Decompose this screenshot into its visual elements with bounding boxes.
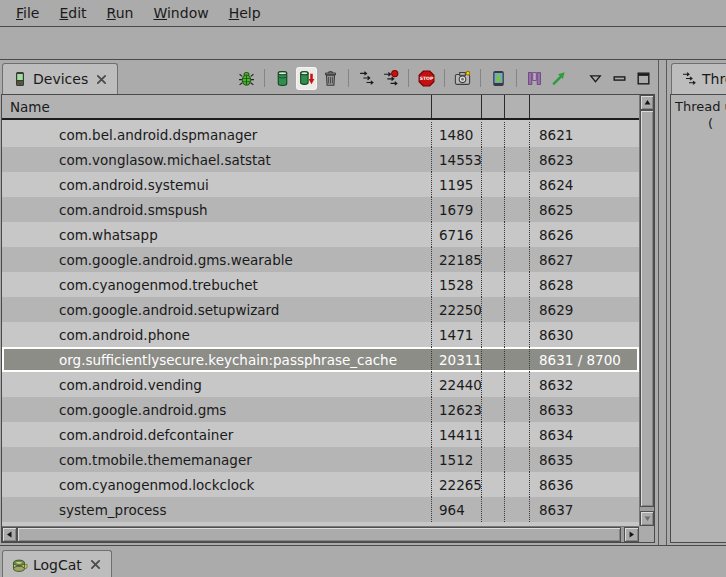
cell-pid: 6716 bbox=[432, 222, 482, 247]
view-menu-icon[interactable] bbox=[586, 68, 605, 89]
device-table-body: com.bel.android.dspmanager14808621com.vo… bbox=[2, 122, 639, 526]
menu-file[interactable]: File bbox=[6, 2, 49, 24]
table-row[interactable]: com.android.defcontainer144118634 bbox=[2, 422, 639, 447]
close-icon[interactable] bbox=[89, 558, 102, 571]
tab-devices[interactable]: Devices bbox=[2, 63, 118, 94]
toolbar-separator bbox=[348, 69, 349, 87]
table-row[interactable]: com.tmobile.thememanager15128635 bbox=[2, 447, 639, 472]
table-row[interactable]: com.whatsapp67168626 bbox=[2, 222, 639, 247]
cell-c4 bbox=[505, 297, 530, 322]
cell-c3 bbox=[482, 397, 505, 422]
column-header-pid[interactable] bbox=[432, 95, 482, 118]
cell-pid: 14411 bbox=[432, 422, 482, 447]
table-row[interactable]: com.vonglasow.michael.satstat145538623 bbox=[2, 147, 639, 172]
cell-pid: 1528 bbox=[432, 272, 482, 297]
column-header-name[interactable]: Name bbox=[2, 95, 432, 118]
table-row[interactable]: com.bel.android.dspmanager14808621 bbox=[2, 122, 639, 147]
table-row[interactable]: com.google.android.gms.wearable221858627 bbox=[2, 247, 639, 272]
horizontal-scrollbar[interactable] bbox=[2, 526, 639, 542]
menu-help[interactable]: Help bbox=[219, 2, 271, 24]
column-header-4[interactable] bbox=[505, 95, 530, 118]
cell-c3 bbox=[482, 197, 505, 222]
cell-c3 bbox=[482, 447, 505, 472]
screen-capture-icon[interactable] bbox=[453, 68, 472, 89]
menu-run[interactable]: Run bbox=[97, 2, 144, 24]
tab-threads[interactable]: Threads bbox=[671, 63, 726, 94]
cell-port: 8636 bbox=[530, 472, 639, 497]
table-row[interactable]: com.android.smspush16798625 bbox=[2, 197, 639, 222]
table-row[interactable]: system_process9648637 bbox=[2, 497, 639, 522]
cell-c3 bbox=[482, 122, 505, 147]
cell-port: 8628 bbox=[530, 272, 639, 297]
cell-c4 bbox=[505, 472, 530, 497]
menu-window[interactable]: Window bbox=[143, 2, 218, 24]
cell-pid: 1679 bbox=[432, 197, 482, 222]
cell-c4 bbox=[505, 347, 530, 372]
cell-c3 bbox=[482, 372, 505, 397]
cell-c3 bbox=[482, 247, 505, 272]
opengl-trace-icon[interactable] bbox=[549, 68, 568, 89]
cell-pid: 22440 bbox=[432, 372, 482, 397]
cell-port: 8634 bbox=[530, 422, 639, 447]
cell-c4 bbox=[505, 147, 530, 172]
cell-name: com.bel.android.dspmanager bbox=[2, 122, 432, 147]
cell-c4 bbox=[505, 422, 530, 447]
cell-port: 8637 bbox=[530, 497, 639, 522]
cell-port: 8629 bbox=[530, 297, 639, 322]
tab-logcat[interactable]: LogCat bbox=[2, 550, 112, 577]
horizontal-scroll-thumb[interactable] bbox=[17, 527, 621, 542]
cell-port: 8635 bbox=[530, 447, 639, 472]
scroll-left-button[interactable] bbox=[2, 527, 17, 542]
table-row[interactable]: com.android.phone14718630 bbox=[2, 322, 639, 347]
scroll-right-button[interactable] bbox=[624, 527, 639, 542]
cell-pid: 22265 bbox=[432, 472, 482, 497]
toolbar-separator bbox=[480, 69, 481, 87]
vertical-scroll-thumb[interactable] bbox=[640, 110, 654, 507]
update-heap-icon[interactable] bbox=[273, 68, 292, 89]
table-row[interactable]: com.cyanogenmod.trebuchet15288628 bbox=[2, 272, 639, 297]
cell-c3 bbox=[482, 172, 505, 197]
cell-c3 bbox=[482, 497, 505, 522]
scroll-down-button[interactable] bbox=[640, 511, 654, 526]
start-method-profiling-icon[interactable] bbox=[381, 68, 400, 89]
logcat-icon bbox=[12, 557, 28, 573]
table-row[interactable]: com.android.systemui11958624 bbox=[2, 172, 639, 197]
cell-name: com.android.phone bbox=[2, 322, 432, 347]
cell-name: com.google.android.setupwizard bbox=[2, 297, 432, 322]
column-header-3[interactable] bbox=[482, 95, 505, 118]
maximize-icon[interactable] bbox=[634, 68, 653, 89]
cell-c3 bbox=[482, 297, 505, 322]
debug-process-icon[interactable] bbox=[237, 68, 256, 89]
table-header: Name bbox=[2, 95, 639, 120]
cell-c3 bbox=[482, 272, 505, 297]
column-header-port[interactable] bbox=[530, 95, 639, 118]
gc-icon[interactable] bbox=[321, 68, 340, 89]
cell-c4 bbox=[505, 397, 530, 422]
table-row[interactable]: com.google.android.gms126238633 bbox=[2, 397, 639, 422]
cell-c3 bbox=[482, 322, 505, 347]
device-table: Name com.bel.android.dspmanager14808621c… bbox=[1, 94, 655, 543]
table-row[interactable]: com.cyanogenmod.lockclock222658636 bbox=[2, 472, 639, 497]
toolbar-separator bbox=[264, 69, 265, 87]
dump-hprof-icon[interactable] bbox=[297, 68, 316, 89]
systrace-icon[interactable] bbox=[525, 68, 544, 89]
cell-pid: 22185 bbox=[432, 247, 482, 272]
vertical-scrollbar[interactable] bbox=[639, 95, 654, 526]
cell-port: 8621 bbox=[530, 122, 639, 147]
device-screen-capture-icon[interactable] bbox=[489, 68, 508, 89]
update-threads-icon[interactable] bbox=[357, 68, 376, 89]
cell-c3 bbox=[482, 147, 505, 172]
scroll-up-button[interactable] bbox=[640, 95, 654, 110]
cell-port: 8630 bbox=[530, 322, 639, 347]
threads-panel: Threads Thread up ( bbox=[666, 60, 726, 545]
cell-pid: 14553 bbox=[432, 147, 482, 172]
close-icon[interactable] bbox=[95, 73, 108, 86]
cell-name: com.google.android.gms.wearable bbox=[2, 247, 432, 272]
minimize-icon[interactable] bbox=[610, 68, 629, 89]
table-row[interactable]: com.android.vending224408632 bbox=[2, 372, 639, 397]
table-row[interactable]: com.google.android.setupwizard222508629 bbox=[2, 297, 639, 322]
toolbar-separator bbox=[444, 69, 445, 87]
stop-process-icon[interactable]: STOP bbox=[417, 68, 436, 89]
table-row[interactable]: org.sufficientlysecure.keychain:passphra… bbox=[2, 347, 639, 372]
menu-edit[interactable]: Edit bbox=[49, 2, 96, 24]
